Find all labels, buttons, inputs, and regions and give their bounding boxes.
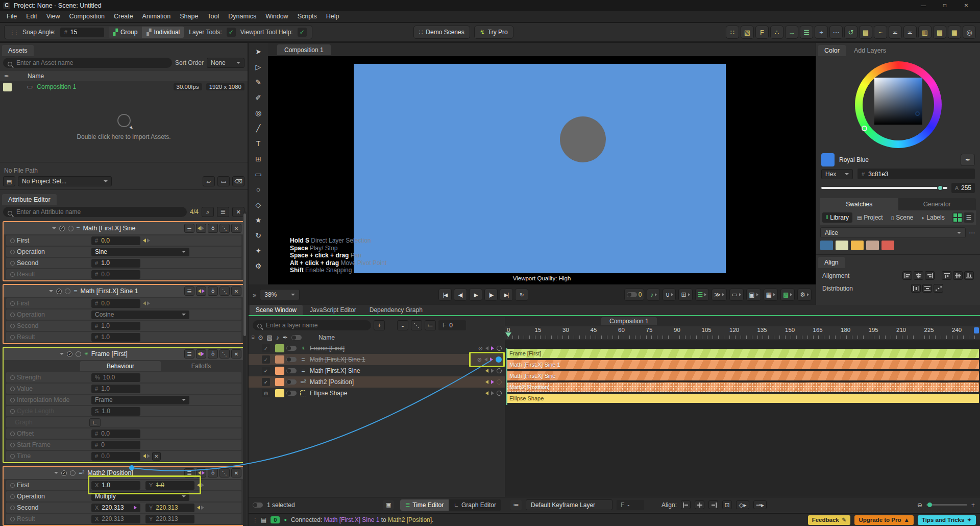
second-y-field[interactable]: Y 220.313 — [145, 504, 194, 512]
palette-swatch[interactable] — [866, 241, 879, 250]
asset-color-swatch[interactable] — [3, 83, 12, 91]
menu-item[interactable]: Dynamics — [225, 11, 260, 21]
kf-box-button[interactable]: ⊡ — [722, 500, 732, 509]
minimize-button[interactable]: — — [913, 0, 934, 11]
ellipse-shape[interactable] — [560, 116, 606, 162]
palette-swatch[interactable] — [851, 241, 864, 250]
library-button[interactable]: ⫴ Library — [822, 212, 852, 223]
attribute-scrollbar[interactable] — [243, 211, 247, 526]
move-cross-icon[interactable]: + — [815, 26, 828, 39]
asset-row[interactable]: ▭ Composition 1 30.00fps 1920 x 1080 — [0, 81, 248, 92]
error-count-badge[interactable]: 0 — [271, 516, 280, 523]
snap-angle-field[interactable]: # 15 — [60, 28, 104, 37]
prev-keyframe-icon[interactable] — [484, 357, 487, 362]
hex-field[interactable]: # 3c81e3 — [857, 169, 975, 179]
attr-port-icon[interactable] — [10, 443, 15, 447]
attr-port-icon[interactable] — [10, 261, 15, 266]
tab-scene-window[interactable]: Scene Window — [250, 305, 303, 315]
close-section-icon[interactable]: ✕ — [231, 286, 241, 296]
tab-add-layers[interactable]: Add Layers — [848, 45, 892, 56]
frame-filter-field[interactable]: F0 — [438, 320, 466, 330]
first-y-field[interactable]: Y 1.0 — [145, 481, 194, 490]
keyframe-nav-icon[interactable] — [196, 349, 206, 358]
tab-behaviour[interactable]: Behaviour — [80, 361, 161, 371]
frame-icon[interactable]: ▭ — [729, 289, 744, 301]
layer-row-frame-first[interactable]: ✓ ✳ Frame [First] ⊘ — [249, 343, 505, 354]
keyframe-layer-select[interactable]: Default Keyframe Layer — [526, 499, 612, 510]
attr-port-icon[interactable] — [10, 454, 15, 459]
tips-button[interactable]: Tips and Tricks✦ — [918, 515, 976, 525]
copy-icon[interactable]: ▦ — [764, 289, 778, 301]
keyframe-arrows[interactable] — [143, 454, 150, 458]
kf-arrow-button[interactable]: ⊸▸ — [753, 500, 767, 509]
kf-align-left-button[interactable] — [681, 500, 691, 509]
palette-swatch[interactable] — [836, 241, 848, 250]
layer-toggle-icon[interactable] — [286, 391, 297, 396]
list-view-button[interactable]: ☰ — [964, 212, 974, 223]
collapse-icon[interactable] — [54, 472, 58, 474]
grid-dots-icon[interactable]: ∷ — [726, 26, 739, 39]
attr-port-icon[interactable] — [10, 324, 15, 328]
audio-icon[interactable]: ♪ — [647, 289, 660, 301]
distribute-v-button[interactable] — [922, 284, 932, 293]
list-minus-icon[interactable]: ☰ — [184, 468, 194, 477]
layer-search-input[interactable] — [253, 320, 371, 330]
tab-javascript-editor[interactable]: JavaScript Editor — [304, 305, 362, 315]
text-tool[interactable]: T — [251, 136, 266, 151]
star-tool[interactable]: ★ — [251, 212, 266, 227]
project-select[interactable]: No Project Set... — [18, 176, 112, 186]
menu-item[interactable]: Composition — [66, 11, 108, 21]
pin-icon[interactable]: ⚲ — [208, 286, 218, 296]
graph-editor-button[interactable]: ∟ Graph Editor — [449, 499, 501, 511]
drag-handle-icon[interactable]: ⋮⋮ — [10, 30, 18, 35]
solo-icon[interactable] — [68, 226, 74, 231]
tab-attribute-editor[interactable]: Attribute Editor — [2, 194, 57, 205]
magic-dots-icon[interactable]: ⋱ — [411, 320, 422, 330]
tab-falloffs[interactable]: Falloffs — [161, 361, 241, 371]
console-icon[interactable]: ▤ — [261, 516, 266, 523]
kf-align-right-button[interactable] — [708, 500, 718, 509]
layer-row-math-sine-1[interactable]: ✓ = Math [First.X] Sine 1 ⊘ — [249, 354, 505, 365]
settings-tool[interactable]: ⚙ — [251, 258, 266, 273]
timeline-bar[interactable]: Math2 [Position] — [506, 382, 979, 392]
menu-item[interactable]: Scripts — [294, 11, 321, 21]
align-bottom-button[interactable] — [964, 271, 974, 280]
project-swatches-button[interactable]: ▤ Project — [853, 212, 887, 223]
playhead-marker[interactable] — [505, 332, 511, 337]
layer-toggle-icon[interactable] — [286, 357, 297, 362]
step-back-button[interactable]: ◀| — [454, 289, 467, 301]
tab-swatches[interactable]: Swatches — [820, 198, 898, 210]
offset-a-icon[interactable]: ≖ — [889, 26, 902, 39]
menu-item[interactable]: Tool — [204, 11, 223, 21]
add-layer-button[interactable]: + — [374, 320, 385, 330]
menu-item[interactable]: File — [3, 11, 20, 21]
attr-port-icon[interactable] — [10, 375, 15, 380]
filmstrip-icon[interactable]: ▤ — [859, 26, 872, 39]
enabled-check-icon[interactable]: ✓ — [262, 378, 270, 386]
stagger-icon[interactable]: ☰ — [800, 26, 813, 39]
font-icon[interactable]: F — [755, 26, 769, 39]
camera-tool[interactable]: ◎ — [251, 105, 266, 120]
magic-dots-icon[interactable]: ⋱ — [219, 468, 230, 477]
demo-scenes-button[interactable]: ∷ Demo Scenes — [413, 26, 470, 39]
attr-port-icon[interactable] — [10, 409, 15, 414]
layer-color-swatch[interactable] — [275, 355, 284, 364]
list-minus-icon[interactable]: ☰ — [184, 224, 194, 233]
scatter-icon[interactable]: ∴ — [770, 26, 783, 39]
feedback-button[interactable]: Feedback✎ — [808, 515, 851, 525]
layer-toggle-icon[interactable] — [286, 346, 297, 351]
offset-b-icon[interactable]: ≖ — [903, 26, 917, 39]
close-section-icon[interactable]: ✕ — [231, 224, 241, 233]
layer-toggle-icon[interactable] — [286, 368, 297, 373]
layer-color-swatch[interactable] — [275, 389, 284, 397]
attr-port-icon[interactable] — [10, 313, 15, 317]
attr-port-icon[interactable] — [10, 432, 15, 436]
timeline-ruler[interactable]: 0153045607590105120135150165180195210225… — [505, 326, 980, 340]
attr-port-icon[interactable] — [10, 301, 15, 306]
group-mode-button[interactable]: ▞ Group — [109, 27, 142, 38]
timeline-scrollbar[interactable] — [974, 327, 979, 333]
enabled-check-icon[interactable]: ✓ — [262, 355, 270, 364]
menu-item[interactable]: Window — [262, 11, 291, 21]
to-start-button[interactable]: |◀ — [438, 289, 452, 301]
select-tool[interactable]: ➤ — [251, 44, 266, 59]
